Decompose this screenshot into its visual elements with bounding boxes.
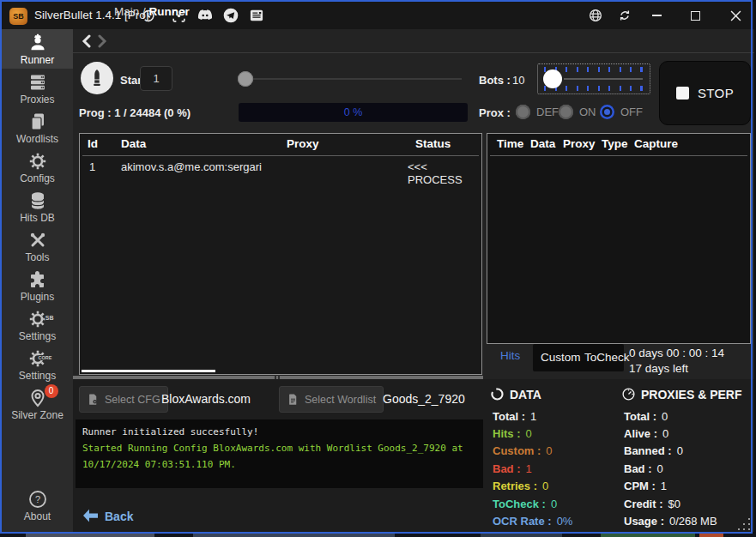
globe-icon[interactable] [587, 7, 604, 24]
progress-percent: 0 % [344, 106, 363, 118]
sidebar-item-about[interactable]: ? About [2, 486, 73, 525]
select-wordlist-button[interactable]: Select Wordlist [279, 386, 384, 413]
files-icon [27, 112, 48, 132]
sidebar-item-hitsdb[interactable]: Hits DB [2, 187, 73, 226]
results-table: Time Data Proxy Type Capture [487, 133, 751, 344]
col-header-proxy[interactable]: Proxy [287, 137, 319, 150]
sidebar-item-tools[interactable]: Tools [2, 226, 73, 266]
tab-hits[interactable]: Hits [500, 349, 520, 362]
perf-stats: Total :0 Alive :0 Banned :0 Bad :0 CPM :… [624, 407, 717, 530]
bots-value: 10 [512, 74, 524, 87]
col-header-data2[interactable]: Data [530, 137, 555, 150]
progress-label: Prog : 1 / 24484 (0 %) [79, 106, 191, 119]
col-header-proxy2[interactable]: Proxy [563, 137, 596, 150]
sidebar-item-configs[interactable]: Configs [2, 148, 73, 187]
col-header-capture[interactable]: Capture [634, 137, 678, 150]
bots-slider-track [564, 78, 643, 80]
telegram-icon[interactable] [222, 7, 239, 24]
tab-custom[interactable]: Custom [541, 351, 581, 364]
log-line: Started Running Config BloxAwards.com wi… [82, 440, 476, 473]
puzzle-icon [27, 269, 48, 290]
cfg-file-icon [87, 393, 100, 406]
stat-tocheck: ToCheck :0 [493, 495, 572, 512]
stat-hits: Hits :0 [493, 425, 572, 442]
question-icon: ? [27, 489, 48, 510]
sidebar-item-proxies[interactable]: Proxies [2, 69, 73, 108]
stat-ocr-rate: OCR Rate :0% [493, 512, 572, 529]
sync-icon[interactable] [616, 7, 633, 24]
col-header-time[interactable]: Time [497, 137, 523, 150]
stat-total: Total :1 [493, 407, 572, 425]
maximize-button[interactable] [680, 2, 710, 29]
sidebar-item-silver-zone[interactable]: 0 Silver Zone [2, 384, 73, 424]
days-left: 17 days left [629, 361, 724, 377]
sidebar-item-runner[interactable]: Runner [2, 29, 73, 69]
row-data: akimov.s.a@me.com:sergari [121, 160, 262, 173]
back-button[interactable]: Back [82, 509, 133, 523]
stat-proxy-banned: Banned :0 [624, 443, 717, 460]
sidebar-item-settings-sb[interactable]: SB Settings [2, 305, 73, 345]
refresh-circle-icon [490, 387, 505, 401]
col-header-data[interactable]: Data [121, 137, 146, 150]
stat-proxy-alive: Alive :0 [624, 425, 717, 442]
start-slider-track[interactable] [251, 78, 462, 80]
prox-radio-on[interactable]: ON [559, 105, 596, 119]
selected-config-name: BloxAwards.com [161, 392, 251, 406]
silver-zone-badge: 0 [45, 384, 58, 398]
progress-bar: 0 % [239, 103, 468, 122]
prox-radio-def[interactable]: DEF [516, 105, 559, 119]
log-line: Runner initialized succesfully! [82, 424, 476, 440]
header-divider [82, 155, 479, 156]
log-console: Runner initialized succesfully! Started … [76, 419, 483, 488]
data-stats: Total :1 Hits :0 Custom :0 Bad :1 Retrie… [493, 407, 572, 530]
start-slider-handle[interactable] [238, 71, 253, 87]
discord-icon[interactable] [197, 7, 214, 24]
perf-panel-header: PROXIES & PERF [621, 387, 741, 401]
col-header-type[interactable]: Type [602, 137, 628, 150]
prox-radio-off[interactable]: OFF [600, 105, 643, 119]
resize-grip[interactable] [738, 518, 750, 530]
minimize-icon [652, 15, 662, 16]
radio-off-circle [600, 105, 614, 119]
close-button[interactable] [721, 2, 750, 29]
runtime-timer: 0 days 00 : 00 : 14 17 days left [629, 346, 724, 377]
nav-back-chevron[interactable] [81, 34, 93, 48]
core-gear-icon: CORE [27, 348, 48, 369]
stat-custom: Custom :0 [493, 443, 572, 460]
bullet-icon [81, 62, 113, 94]
database-icon [27, 190, 48, 211]
sidebar-item-wordlists[interactable]: Wordlists [2, 108, 73, 148]
tab-group: Custom ToCheck [533, 344, 624, 371]
tools-icon [27, 230, 48, 250]
stat-cpm: CPM :1 [624, 478, 717, 495]
radio-def-circle [516, 105, 530, 119]
svg-text:?: ? [34, 494, 39, 504]
stat-credit: Credit :$0 [624, 495, 717, 512]
selected-wordlist-name: Goods_2_7920 [383, 392, 465, 406]
start-input[interactable] [140, 66, 172, 91]
stat-bad: Bad :1 [493, 460, 572, 477]
minimize-button[interactable] [642, 2, 671, 29]
sidebar-item-settings-core[interactable]: CORE Settings [2, 345, 73, 384]
col-header-id[interactable]: Id [88, 137, 98, 150]
tab-tocheck[interactable]: ToCheck [584, 351, 630, 364]
gear-icon [27, 151, 48, 172]
news-icon[interactable] [248, 7, 265, 24]
stop-button[interactable]: STOP [659, 61, 751, 125]
col-header-status[interactable]: Status [415, 137, 451, 150]
bots-label: Bots : [479, 74, 511, 87]
stat-proxy-bad: Bad :0 [624, 460, 717, 477]
runner-table: Id Data Proxy Status 1 akimov.s.a@me.com… [79, 133, 482, 375]
data-panel-header: DATA [490, 387, 541, 401]
horizontal-scrollbar[interactable] [82, 370, 215, 372]
bots-slider[interactable] [537, 63, 650, 94]
nav-forward-chevron[interactable] [96, 34, 108, 48]
desktop-strip [0, 534, 756, 537]
pin-icon: 0 [27, 388, 48, 408]
select-cfg-button[interactable]: Select CFG [79, 386, 168, 413]
stop-icon [676, 87, 689, 100]
bots-slider-handle[interactable] [543, 69, 562, 88]
sidebar-item-plugins[interactable]: Plugins [2, 266, 73, 305]
breadcrumb-bar [73, 29, 754, 53]
worker-icon [27, 33, 48, 53]
